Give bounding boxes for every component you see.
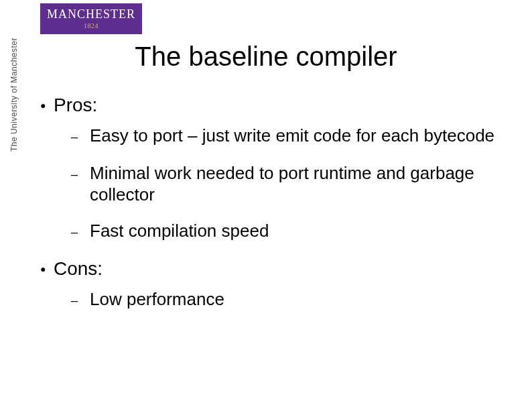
slide-content: ● Pros: – Easy to port – just write emit… (40, 94, 516, 326)
sub-list: – Low performance (71, 288, 516, 311)
sub-list-item-label: Easy to port – just write emit code for … (90, 125, 494, 146)
slide: The University of Manchester MANCHESTER … (0, 0, 532, 399)
dash-icon: – (71, 162, 90, 185)
list-item-label: Cons: (54, 258, 103, 280)
logo-part-c: ER (119, 7, 135, 21)
logo-wordmark: MANCHESTER (40, 3, 142, 21)
sub-list: – Easy to port – just write emit code fo… (71, 125, 516, 243)
dash-icon: – (71, 288, 90, 311)
sub-list-item: – Fast compilation speed (71, 220, 516, 243)
sub-list-item-label: Minimal work needed to port runtime and … (90, 162, 516, 205)
bullet-icon: ● (40, 258, 54, 280)
logo-year: 1824 (40, 22, 142, 30)
list-item-label: Pros: (54, 94, 97, 117)
slide-title: The baseline compiler (0, 42, 532, 72)
sub-list-item: – Low performance (71, 288, 516, 311)
sub-list-item: – Easy to port – just write emit code fo… (71, 125, 516, 148)
bullet-icon: ● (40, 94, 54, 117)
sub-list-item: – Minimal work needed to port runtime an… (71, 162, 516, 205)
manchester-logo: MANCHESTER 1824 (40, 3, 142, 34)
dash-icon: – (71, 125, 90, 148)
list-item: ● Cons: (40, 258, 516, 280)
logo-part-b: EST (95, 7, 119, 21)
sub-list-item-label: Low performance (90, 288, 224, 310)
sub-list-item-label: Fast compilation speed (90, 220, 269, 241)
logo-part-a: MANCH (47, 7, 95, 21)
dash-icon: – (71, 220, 90, 243)
list-item: ● Pros: (40, 94, 516, 117)
